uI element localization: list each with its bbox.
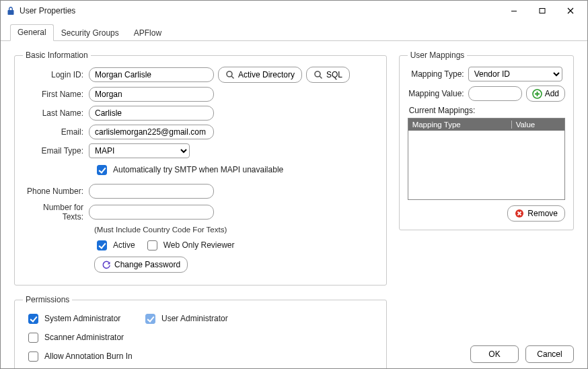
svg-point-1	[227, 71, 232, 77]
useradmin-checkbox	[145, 314, 155, 324]
tab-general[interactable]: General	[10, 24, 54, 41]
mapping-value-label: Mapping Value:	[408, 89, 468, 98]
web-only-checkbox[interactable]	[147, 240, 157, 250]
basic-information-legend: Basic Information	[23, 51, 91, 60]
permissions-legend: Permissions	[23, 295, 72, 304]
tab-apflow[interactable]: APFlow	[126, 25, 169, 41]
sql-button-label: SQL	[326, 70, 342, 79]
svg-point-2	[315, 71, 320, 77]
allow-burn-checkbox[interactable]	[28, 351, 38, 362]
web-only-checkbox-wrap[interactable]: Web Only Reviewer	[145, 238, 235, 253]
plus-icon	[532, 89, 542, 99]
auto-smtp-checkbox-wrap[interactable]: Automatically try SMTP when MAPI unavail…	[94, 163, 283, 177]
useradmin-label: User Administrator	[161, 314, 228, 323]
login-id-input[interactable]	[89, 67, 214, 82]
minimize-button[interactable]	[500, 1, 528, 21]
text-number-input[interactable]	[89, 205, 214, 220]
cancel-button[interactable]: Cancel	[525, 345, 574, 363]
active-checkbox-wrap[interactable]: Active	[94, 238, 135, 253]
web-only-label: Web Only Reviewer	[163, 240, 235, 250]
grid-body	[408, 131, 564, 199]
sql-button[interactable]: SQL	[306, 67, 350, 83]
tab-general-label: General	[17, 28, 46, 37]
sysadmin-checkbox[interactable]	[28, 314, 38, 324]
sysadmin-label: System Administrator	[44, 314, 120, 323]
search-icon	[314, 70, 323, 79]
scanneradmin-label: Scanner Administrator	[44, 333, 124, 342]
tab-apflow-label: APFlow	[134, 28, 161, 38]
grid-header: Mapping Type Value	[408, 119, 564, 131]
window-title: User Properties	[20, 6, 75, 15]
login-id-label: Login ID:	[23, 70, 89, 79]
email-input[interactable]	[89, 125, 214, 139]
current-mappings-grid[interactable]: Mapping Type Value	[408, 118, 565, 200]
add-mapping-label: Add	[545, 89, 559, 98]
add-mapping-button[interactable]: Add	[526, 86, 565, 102]
lock-icon	[6, 6, 15, 15]
grid-col-value: Value	[512, 121, 564, 129]
email-type-label: Email Type:	[23, 146, 89, 156]
close-button[interactable]	[556, 1, 585, 21]
first-name-input[interactable]	[89, 87, 214, 102]
tab-security-groups-label: Security Groups	[61, 28, 119, 38]
ok-button-label: OK	[488, 349, 500, 359]
change-password-label: Change Password	[114, 260, 180, 269]
active-checkbox[interactable]	[97, 240, 107, 250]
useradmin-checkbox-wrap: User Administrator	[143, 312, 228, 326]
phone-input[interactable]	[89, 184, 214, 199]
sysadmin-checkbox-wrap[interactable]: System Administrator	[26, 312, 133, 326]
maximize-button[interactable]	[528, 1, 556, 21]
active-directory-button-label: Active Directory	[238, 70, 295, 79]
first-name-label: First Name:	[23, 90, 89, 99]
cancel-button-label: Cancel	[537, 349, 562, 359]
email-type-select[interactable]: MAPI	[89, 143, 190, 158]
remove-icon	[515, 209, 524, 218]
auto-smtp-checkbox[interactable]	[97, 165, 107, 175]
text-number-note: (Must Include Country Code For Texts)	[94, 226, 378, 234]
refresh-icon	[102, 260, 111, 269]
mapping-type-select[interactable]: Vendor ID	[468, 67, 562, 81]
user-mappings-group: User Mappings Mapping Type: Vendor ID Ma…	[399, 51, 574, 230]
svg-rect-0	[540, 9, 545, 13]
last-name-label: Last Name:	[23, 108, 89, 118]
basic-information-group: Basic Information Login ID: Active Direc…	[14, 51, 387, 286]
dialog-button-bar: OK Cancel	[14, 341, 574, 363]
email-label: Email:	[23, 127, 89, 137]
phone-label: Phone Number:	[23, 187, 89, 196]
ok-button[interactable]: OK	[470, 345, 519, 363]
titlebar: User Properties	[1, 1, 587, 21]
last-name-input[interactable]	[89, 106, 214, 121]
scanneradmin-checkbox[interactable]	[28, 333, 38, 343]
remove-mapping-button[interactable]: Remove	[507, 205, 565, 222]
tab-bar: General Security Groups APFlow	[1, 21, 587, 41]
user-mappings-legend: User Mappings	[408, 51, 468, 60]
remove-mapping-label: Remove	[527, 209, 558, 218]
mapping-value-input[interactable]	[468, 86, 522, 101]
auto-smtp-label: Automatically try SMTP when MAPI unavail…	[113, 165, 283, 174]
change-password-button[interactable]: Change Password	[94, 257, 188, 273]
text-number-label: Number for Texts:	[23, 203, 89, 222]
current-mappings-label: Current Mappings:	[409, 106, 565, 115]
search-icon	[225, 70, 235, 79]
active-label: Active	[113, 240, 135, 250]
grid-col-type: Mapping Type	[408, 121, 512, 129]
active-directory-button[interactable]: Active Directory	[218, 67, 302, 83]
mapping-type-label: Mapping Type:	[408, 69, 468, 79]
tab-security-groups[interactable]: Security Groups	[54, 25, 126, 41]
